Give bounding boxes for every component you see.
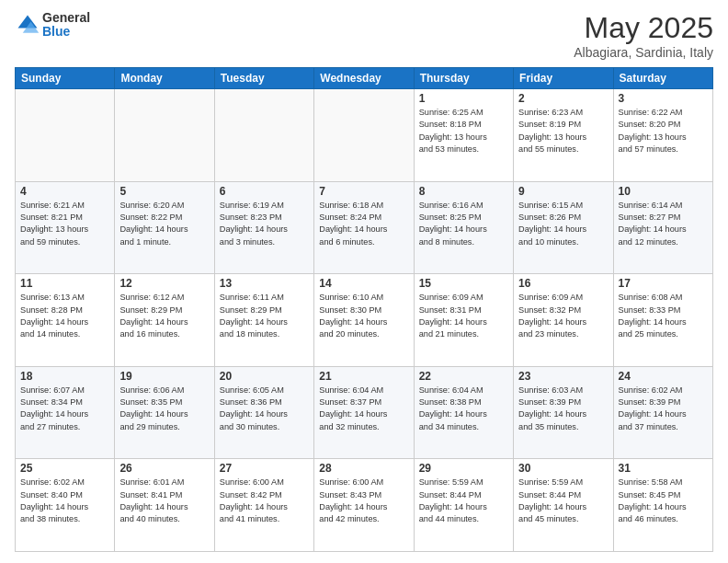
day-info: Sunrise: 6:20 AM Sunset: 8:22 PM Dayligh…	[119, 200, 209, 248]
calendar-cell: 31Sunrise: 5:58 AM Sunset: 8:45 PM Dayli…	[613, 459, 712, 552]
calendar-cell: 24Sunrise: 6:02 AM Sunset: 8:39 PM Dayli…	[613, 366, 712, 459]
month-title: May 2025	[574, 11, 713, 45]
header: General Blue May 2025 Albagiara, Sardini…	[15, 11, 713, 60]
day-number: 11	[20, 277, 109, 290]
calendar-cell: 26Sunrise: 6:01 AM Sunset: 8:41 PM Dayli…	[115, 459, 214, 552]
calendar-cell: 11Sunrise: 6:13 AM Sunset: 8:28 PM Dayli…	[16, 274, 115, 367]
day-info: Sunrise: 6:04 AM Sunset: 8:38 PM Dayligh…	[419, 385, 508, 433]
calendar-week-1: 4Sunrise: 6:21 AM Sunset: 8:21 PM Daylig…	[16, 181, 713, 274]
day-info: Sunrise: 6:11 AM Sunset: 8:29 PM Dayligh…	[220, 292, 309, 340]
calendar-cell: 30Sunrise: 5:59 AM Sunset: 8:44 PM Dayli…	[514, 459, 613, 552]
day-number: 15	[419, 277, 508, 290]
day-info: Sunrise: 6:13 AM Sunset: 8:28 PM Dayligh…	[20, 292, 109, 340]
day-number: 14	[319, 277, 408, 290]
day-number: 31	[619, 462, 708, 475]
day-info: Sunrise: 6:19 AM Sunset: 8:23 PM Dayligh…	[220, 200, 309, 248]
calendar-cell: 27Sunrise: 6:00 AM Sunset: 8:42 PM Dayli…	[214, 459, 313, 552]
day-number: 18	[20, 370, 109, 383]
calendar-cell: 20Sunrise: 6:05 AM Sunset: 8:36 PM Dayli…	[214, 366, 313, 459]
calendar-cell	[314, 89, 414, 182]
calendar-cell: 15Sunrise: 6:09 AM Sunset: 8:31 PM Dayli…	[414, 274, 513, 367]
calendar-cell	[115, 89, 214, 182]
day-number: 2	[518, 92, 608, 105]
calendar-cell: 5Sunrise: 6:20 AM Sunset: 8:22 PM Daylig…	[115, 181, 214, 274]
day-info: Sunrise: 6:16 AM Sunset: 8:25 PM Dayligh…	[419, 200, 508, 248]
calendar-cell: 6Sunrise: 6:19 AM Sunset: 8:23 PM Daylig…	[214, 181, 313, 274]
day-info: Sunrise: 6:21 AM Sunset: 8:21 PM Dayligh…	[20, 200, 109, 248]
day-number: 30	[518, 462, 608, 475]
weekday-saturday: Saturday	[613, 68, 712, 89]
calendar-week-4: 25Sunrise: 6:02 AM Sunset: 8:40 PM Dayli…	[16, 459, 713, 552]
day-number: 8	[419, 185, 508, 198]
day-info: Sunrise: 6:00 AM Sunset: 8:42 PM Dayligh…	[220, 477, 309, 525]
day-number: 16	[518, 277, 608, 290]
calendar-cell: 7Sunrise: 6:18 AM Sunset: 8:24 PM Daylig…	[314, 181, 414, 274]
day-info: Sunrise: 6:10 AM Sunset: 8:30 PM Dayligh…	[319, 292, 408, 340]
weekday-header-row: SundayMondayTuesdayWednesdayThursdayFrid…	[16, 68, 713, 89]
day-info: Sunrise: 6:02 AM Sunset: 8:40 PM Dayligh…	[20, 477, 109, 525]
day-info: Sunrise: 6:09 AM Sunset: 8:31 PM Dayligh…	[419, 292, 508, 340]
day-info: Sunrise: 6:23 AM Sunset: 8:19 PM Dayligh…	[518, 107, 608, 155]
day-number: 27	[220, 462, 309, 475]
day-info: Sunrise: 6:04 AM Sunset: 8:37 PM Dayligh…	[319, 385, 408, 433]
logo-icon	[15, 12, 40, 38]
calendar-cell: 3Sunrise: 6:22 AM Sunset: 8:20 PM Daylig…	[613, 89, 712, 182]
day-number: 20	[220, 370, 309, 383]
weekday-thursday: Thursday	[414, 68, 513, 89]
page: General Blue May 2025 Albagiara, Sardini…	[0, 0, 728, 563]
calendar-cell: 9Sunrise: 6:15 AM Sunset: 8:26 PM Daylig…	[514, 181, 613, 274]
weekday-sunday: Sunday	[16, 68, 115, 89]
calendar-table: SundayMondayTuesdayWednesdayThursdayFrid…	[15, 67, 713, 552]
day-info: Sunrise: 6:00 AM Sunset: 8:43 PM Dayligh…	[319, 477, 408, 525]
day-number: 22	[419, 370, 508, 383]
calendar-cell: 17Sunrise: 6:08 AM Sunset: 8:33 PM Dayli…	[613, 274, 712, 367]
day-number: 13	[220, 277, 309, 290]
calendar-header: SundayMondayTuesdayWednesdayThursdayFrid…	[16, 68, 713, 89]
day-info: Sunrise: 6:22 AM Sunset: 8:20 PM Dayligh…	[619, 107, 708, 155]
day-number: 12	[119, 277, 209, 290]
calendar-cell: 23Sunrise: 6:03 AM Sunset: 8:39 PM Dayli…	[514, 366, 613, 459]
day-number: 5	[119, 185, 209, 198]
day-info: Sunrise: 6:07 AM Sunset: 8:34 PM Dayligh…	[20, 385, 109, 433]
calendar-cell	[214, 89, 313, 182]
day-number: 6	[220, 185, 309, 198]
title-section: May 2025 Albagiara, Sardinia, Italy	[574, 11, 713, 60]
day-info: Sunrise: 6:09 AM Sunset: 8:32 PM Dayligh…	[518, 292, 608, 340]
day-info: Sunrise: 6:15 AM Sunset: 8:26 PM Dayligh…	[518, 200, 608, 248]
calendar-cell: 12Sunrise: 6:12 AM Sunset: 8:29 PM Dayli…	[115, 274, 214, 367]
calendar-cell: 4Sunrise: 6:21 AM Sunset: 8:21 PM Daylig…	[16, 181, 115, 274]
day-info: Sunrise: 6:14 AM Sunset: 8:27 PM Dayligh…	[619, 200, 708, 248]
calendar-cell: 21Sunrise: 6:04 AM Sunset: 8:37 PM Dayli…	[314, 366, 414, 459]
day-info: Sunrise: 5:58 AM Sunset: 8:45 PM Dayligh…	[619, 477, 708, 525]
day-number: 3	[619, 92, 708, 105]
logo-blue: Blue	[42, 25, 90, 39]
calendar-week-2: 11Sunrise: 6:13 AM Sunset: 8:28 PM Dayli…	[16, 274, 713, 367]
day-info: Sunrise: 6:25 AM Sunset: 8:18 PM Dayligh…	[419, 107, 508, 155]
calendar-cell: 10Sunrise: 6:14 AM Sunset: 8:27 PM Dayli…	[613, 181, 712, 274]
calendar-cell: 13Sunrise: 6:11 AM Sunset: 8:29 PM Dayli…	[214, 274, 313, 367]
calendar-cell: 19Sunrise: 6:06 AM Sunset: 8:35 PM Dayli…	[115, 366, 214, 459]
calendar-cell: 1Sunrise: 6:25 AM Sunset: 8:18 PM Daylig…	[414, 89, 513, 182]
calendar-body: 1Sunrise: 6:25 AM Sunset: 8:18 PM Daylig…	[16, 89, 713, 552]
calendar-cell: 16Sunrise: 6:09 AM Sunset: 8:32 PM Dayli…	[514, 274, 613, 367]
weekday-tuesday: Tuesday	[214, 68, 313, 89]
day-info: Sunrise: 6:06 AM Sunset: 8:35 PM Dayligh…	[119, 385, 209, 433]
calendar-cell: 28Sunrise: 6:00 AM Sunset: 8:43 PM Dayli…	[314, 459, 414, 552]
day-number: 25	[20, 462, 109, 475]
calendar-cell: 25Sunrise: 6:02 AM Sunset: 8:40 PM Dayli…	[16, 459, 115, 552]
day-info: Sunrise: 6:05 AM Sunset: 8:36 PM Dayligh…	[220, 385, 309, 433]
day-info: Sunrise: 6:08 AM Sunset: 8:33 PM Dayligh…	[619, 292, 708, 340]
day-number: 7	[319, 185, 408, 198]
calendar-cell	[16, 89, 115, 182]
day-number: 21	[319, 370, 408, 383]
day-info: Sunrise: 6:18 AM Sunset: 8:24 PM Dayligh…	[319, 200, 408, 248]
calendar-cell: 18Sunrise: 6:07 AM Sunset: 8:34 PM Dayli…	[16, 366, 115, 459]
location: Albagiara, Sardinia, Italy	[574, 45, 713, 60]
calendar-cell: 8Sunrise: 6:16 AM Sunset: 8:25 PM Daylig…	[414, 181, 513, 274]
day-info: Sunrise: 5:59 AM Sunset: 8:44 PM Dayligh…	[419, 477, 508, 525]
day-info: Sunrise: 6:02 AM Sunset: 8:39 PM Dayligh…	[619, 385, 708, 433]
logo: General Blue	[15, 11, 90, 40]
calendar-week-3: 18Sunrise: 6:07 AM Sunset: 8:34 PM Dayli…	[16, 366, 713, 459]
day-number: 26	[119, 462, 209, 475]
day-number: 23	[518, 370, 608, 383]
